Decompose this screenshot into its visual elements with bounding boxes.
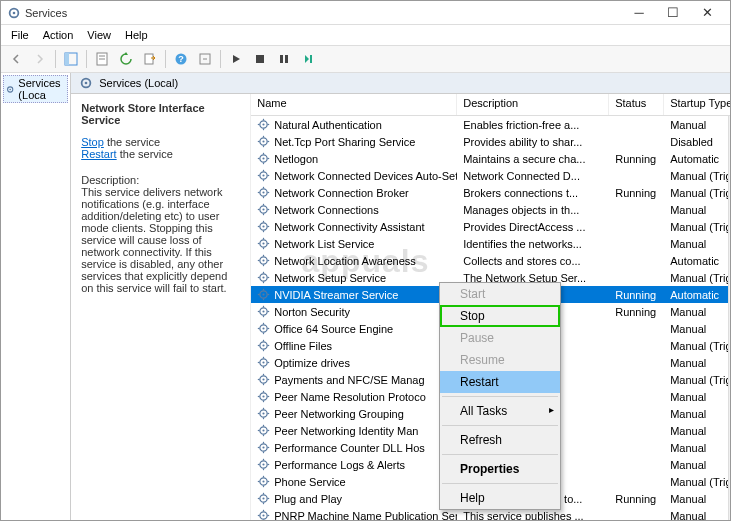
svg-point-1	[13, 11, 16, 14]
nav-item-label: Services (Loca	[18, 77, 65, 101]
cell-name: Phone Service	[251, 475, 457, 488]
cell-description: Identifies the networks...	[457, 238, 609, 250]
cell-startup-type: Manual	[664, 306, 731, 318]
svg-rect-11	[256, 55, 264, 63]
properties-button[interactable]	[91, 48, 113, 70]
cell-startup-type: Manual	[664, 408, 731, 420]
main-header-title: Services (Local)	[99, 77, 178, 89]
help-button[interactable]: ?	[170, 48, 192, 70]
stop-service-button[interactable]	[249, 48, 271, 70]
title-bar: Services ─ ☐ ✕	[1, 1, 730, 25]
svg-rect-12	[280, 55, 283, 63]
cell-startup-type: Manual	[664, 357, 731, 369]
forward-button[interactable]	[29, 48, 51, 70]
cell-description: This service publishes ...	[457, 510, 609, 521]
ctx-restart[interactable]: Restart	[440, 371, 560, 393]
cell-startup-type: Manual	[664, 238, 731, 250]
nav-item-services-local[interactable]: Services (Loca	[3, 75, 68, 103]
cell-startup-type: Manual (Trig.	[664, 374, 731, 386]
col-name[interactable]: Name	[251, 94, 457, 115]
ctx-start: Start	[440, 283, 560, 305]
col-status[interactable]: Status	[609, 94, 664, 115]
cell-name: Network Location Awareness	[251, 254, 457, 267]
restart-service-button[interactable]	[297, 48, 319, 70]
cell-name: Performance Counter DLL Hos	[251, 441, 457, 454]
cell-name: Peer Name Resolution Protoco	[251, 390, 457, 403]
cell-startup-type: Manual	[664, 323, 731, 335]
menu-bar: File Action View Help	[1, 25, 730, 45]
cell-description: Enables friction-free a...	[457, 119, 609, 131]
menu-help[interactable]: Help	[119, 27, 154, 43]
main-content: Network Store Interface Service Stop the…	[71, 94, 731, 520]
service-row[interactable]: Net.Tcp Port Sharing ServiceProvides abi…	[251, 133, 731, 150]
service-row[interactable]: Network Connectivity AssistantProvides D…	[251, 218, 731, 235]
cell-description: Provides ability to shar...	[457, 136, 609, 148]
ctx-sep	[442, 454, 558, 455]
app-icon	[7, 6, 21, 20]
close-button[interactable]: ✕	[690, 2, 724, 24]
svg-point-152	[263, 497, 265, 499]
menu-file[interactable]: File	[5, 27, 35, 43]
description-panel: Network Store Interface Service Stop the…	[71, 94, 251, 520]
cell-name: Office 64 Source Engine	[251, 322, 457, 335]
ctx-properties[interactable]: Properties	[440, 458, 560, 480]
cell-startup-type: Manual	[664, 425, 731, 437]
col-startup-type[interactable]: Startup Type	[664, 94, 731, 115]
stop-link[interactable]: Stop	[81, 136, 104, 148]
maximize-button[interactable]: ☐	[656, 2, 690, 24]
svg-point-56	[263, 225, 265, 227]
cell-name: Payments and NFC/SE Manag	[251, 373, 457, 386]
cell-status: Running	[609, 306, 664, 318]
service-row[interactable]: NetlogonMaintains a secure cha...Running…	[251, 150, 731, 167]
cell-name: PNRP Machine Name Publication Serv...	[251, 509, 457, 520]
ctx-all-tasks[interactable]: All Tasks	[440, 400, 560, 422]
cell-description: Brokers connections t...	[457, 187, 609, 199]
ctx-sep	[442, 396, 558, 397]
svg-point-104	[263, 361, 265, 363]
ctx-refresh[interactable]: Refresh	[440, 429, 560, 451]
stop-suffix: the service	[104, 136, 160, 148]
svg-point-26	[263, 140, 265, 142]
cell-startup-type: Manual	[664, 510, 731, 521]
service-row[interactable]: Network ConnectionsManages objects in th…	[251, 201, 731, 218]
svg-point-116	[263, 395, 265, 397]
service-row[interactable]: Natural AuthenticationEnables friction-f…	[251, 116, 731, 133]
back-button[interactable]	[5, 48, 27, 70]
service-row[interactable]: Network Connection BrokerBrokers connect…	[251, 184, 731, 201]
start-service-button[interactable]	[225, 48, 247, 70]
svg-point-158	[263, 514, 265, 516]
svg-point-110	[263, 378, 265, 380]
svg-point-16	[9, 88, 11, 90]
services-icon	[79, 76, 93, 90]
menu-action[interactable]: Action	[37, 27, 80, 43]
cell-name: Network List Service	[251, 237, 457, 250]
refresh-button[interactable]	[115, 48, 137, 70]
pause-service-button[interactable]	[273, 48, 295, 70]
filter-button[interactable]	[194, 48, 216, 70]
cell-description: Provides DirectAccess ...	[457, 221, 609, 233]
service-row[interactable]: Network List ServiceIdentifies the netwo…	[251, 235, 731, 252]
cell-name: Netlogon	[251, 152, 457, 165]
cell-name: NVIDIA Streamer Service	[251, 288, 457, 301]
menu-view[interactable]: View	[81, 27, 117, 43]
service-row[interactable]: Network Location AwarenessCollects and s…	[251, 252, 731, 269]
cell-startup-type: Disabled	[664, 136, 731, 148]
export-button[interactable]	[139, 48, 161, 70]
cell-startup-type: Manual	[664, 459, 731, 471]
svg-point-38	[263, 174, 265, 176]
cell-name: Network Connections	[251, 203, 457, 216]
svg-point-68	[263, 259, 265, 261]
cell-startup-type: Automatic	[664, 289, 731, 301]
show-hide-tree-button[interactable]	[60, 48, 82, 70]
ctx-stop[interactable]: Stop	[440, 305, 560, 327]
minimize-button[interactable]: ─	[622, 2, 656, 24]
column-headers: Name Description Status Startup Type	[251, 94, 731, 116]
service-row[interactable]: Network Connected Devices Auto-Set...Net…	[251, 167, 731, 184]
svg-point-20	[263, 123, 265, 125]
svg-point-146	[263, 480, 265, 482]
cell-startup-type: Manual (Trig.	[664, 170, 731, 182]
cell-startup-type: Manual (Trig.	[664, 221, 731, 233]
ctx-help[interactable]: Help	[440, 487, 560, 509]
col-description[interactable]: Description	[457, 94, 609, 115]
restart-link[interactable]: Restart	[81, 148, 116, 160]
